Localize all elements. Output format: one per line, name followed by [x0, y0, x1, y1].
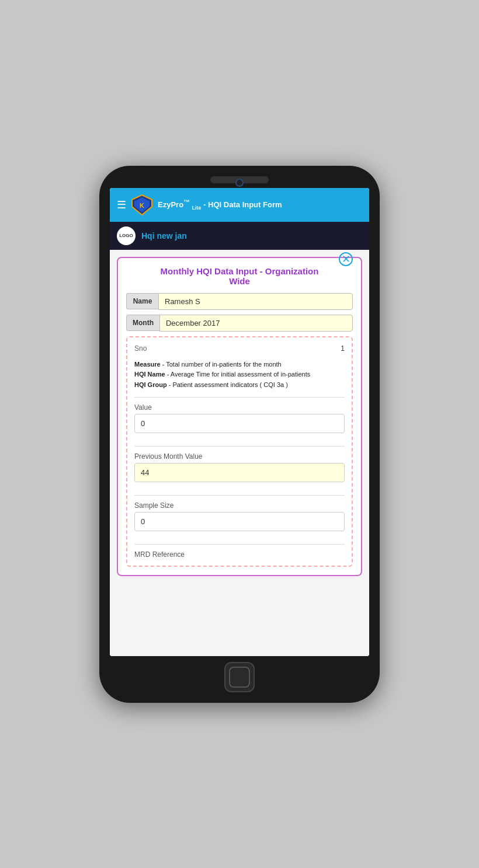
close-icon: ✕ [342, 253, 350, 266]
prev-month-label: Previous Month Value [134, 452, 345, 461]
inner-card: Sno 1 Measure - Total number of in-patie… [126, 336, 353, 567]
app-name-text: EzyPro [158, 200, 183, 209]
divider-2 [134, 446, 345, 447]
hqi-name-rest: - Average Time for initial assessment of… [165, 371, 311, 378]
hqi-name-bold: HQI Name [134, 371, 165, 378]
sample-size-label: Sample Size [134, 501, 345, 510]
app-logo: K [131, 194, 153, 216]
value-label: Value [134, 403, 345, 412]
page-title: - HQI Data Input Form [203, 200, 282, 209]
form-title-line2: Wide [229, 276, 250, 286]
form-title-line1: Monthly HQI Data Input - Organization [161, 266, 319, 276]
content-area: Monthly HQI Data Input - Organization Wi… [110, 250, 369, 656]
month-value: December 2017 [159, 315, 353, 332]
sub-header: LOGO Hqi new jan [110, 222, 369, 250]
sno-value: 1 [341, 344, 345, 353]
prev-month-input[interactable] [134, 463, 345, 482]
phone-frame: ☰ K EzyPro™ Lite - HQI Data Input Form L… [99, 166, 380, 703]
sample-size-input[interactable] [134, 512, 345, 531]
app-trademark: ™ [183, 198, 190, 205]
phone-bottom [224, 662, 255, 692]
app-header: ☰ K EzyPro™ Lite - HQI Data Input Form [110, 188, 369, 222]
menu-icon[interactable]: ☰ [117, 198, 126, 211]
divider-3 [134, 495, 345, 496]
sample-size-field: Sample Size [134, 501, 345, 538]
sno-label: Sno [134, 344, 147, 353]
mrd-reference-label: MRD Reference [134, 550, 345, 559]
camera [235, 179, 244, 187]
form-card: Monthly HQI Data Input - Organization Wi… [117, 257, 362, 577]
measure-info: Measure - Total number of in-patients fo… [134, 360, 345, 391]
prev-month-field: Previous Month Value [134, 452, 345, 489]
home-button-inner [229, 667, 250, 688]
name-label: Name [126, 293, 158, 309]
hqi-name-line: HQI Name - Average Time for initial asse… [134, 369, 345, 380]
app-subtitle: Lite [192, 205, 202, 211]
month-field-row: Month December 2017 [126, 315, 353, 332]
form-title: Monthly HQI Data Input - Organization Wi… [126, 266, 353, 286]
measure-rest: - Total number of in-patients for the mo… [161, 361, 282, 368]
svg-text:K: K [140, 202, 144, 209]
org-name: Hqi new jan [141, 231, 187, 240]
home-button[interactable] [224, 662, 255, 692]
close-button[interactable]: ✕ [339, 252, 353, 266]
value-field: Value [134, 403, 345, 440]
divider-4 [134, 544, 345, 545]
app-title: EzyPro™ Lite - HQI Data Input Form [158, 198, 362, 211]
name-field-row: Name Ramesh S [126, 293, 353, 310]
name-value: Ramesh S [158, 293, 353, 310]
value-input[interactable] [134, 414, 345, 433]
month-label: Month [126, 315, 159, 331]
hqi-group-line: HQI Group - Patient assessment indicator… [134, 380, 345, 391]
measure-bold: Measure [134, 361, 161, 368]
divider-1 [134, 397, 345, 398]
hqi-group-bold: HQI Group [134, 381, 167, 388]
org-logo: LOGO [117, 226, 136, 245]
sno-row: Sno 1 [134, 344, 345, 353]
phone-screen: ☰ K EzyPro™ Lite - HQI Data Input Form L… [110, 188, 369, 656]
measure-line: Measure - Total number of in-patients fo… [134, 360, 345, 370]
hqi-group-rest: - Patient assessment indicators ( CQI 3a… [167, 381, 288, 388]
